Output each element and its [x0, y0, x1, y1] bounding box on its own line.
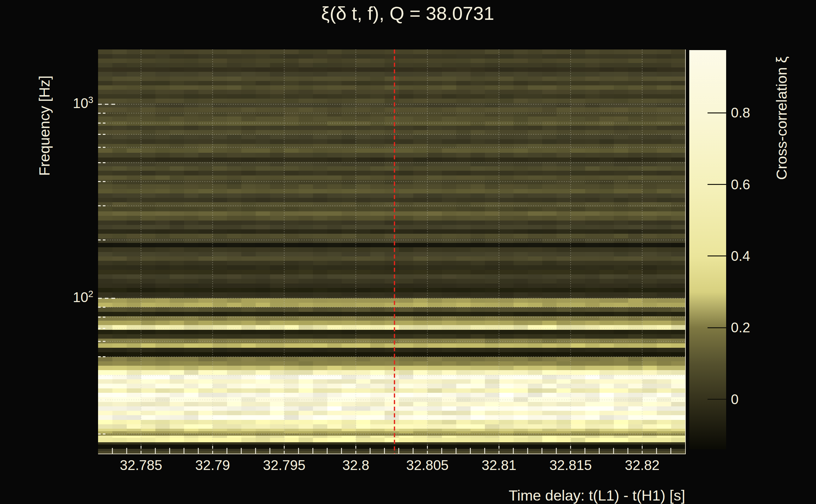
x-tick-label: 32.795	[263, 457, 306, 473]
colorbar-tick	[708, 255, 726, 256]
heatmap-plot-area[interactable]	[98, 49, 686, 454]
colorbar-tick-label: 0.6	[731, 177, 750, 192]
colorbar-tick-label: 0.8	[731, 105, 750, 121]
colorbar-tick	[708, 184, 726, 185]
heatmap-canvas[interactable]	[98, 49, 685, 454]
colorbar-tick	[708, 327, 726, 328]
colorbar-tick-label: 0	[731, 392, 738, 407]
colorbar-tick	[708, 112, 726, 113]
figure: ξ(δ t, f), Q = 38.0731 Frequency [Hz] 10…	[0, 0, 816, 504]
x-tick-label: 32.785	[120, 457, 162, 473]
x-tick-label: 32.82	[625, 457, 660, 473]
x-tick-label: 32.81	[482, 457, 516, 473]
colorbar-tick-label: 0.2	[731, 320, 750, 335]
colorbar-tick-label: 0.4	[731, 248, 750, 264]
x-tick-label: 32.79	[195, 457, 230, 473]
x-axis-label: Time delay: t(L1) - t(H1) [s]	[508, 487, 685, 504]
x-tick-label: 32.8	[342, 457, 370, 473]
y-tick-label: 103	[30, 95, 93, 111]
colorbar-label: Cross-correlation ξ	[773, 46, 789, 191]
colorbar-tick	[708, 399, 726, 400]
x-tick-label: 32.805	[406, 457, 449, 473]
colorbar	[689, 50, 726, 449]
y-tick-label: 102	[30, 289, 93, 305]
y-axis-label: Frequency [Hz]	[36, 47, 51, 204]
plot-title: ξ(δ t, f), Q = 38.0731	[321, 3, 494, 24]
x-tick-label: 32.815	[549, 457, 592, 473]
